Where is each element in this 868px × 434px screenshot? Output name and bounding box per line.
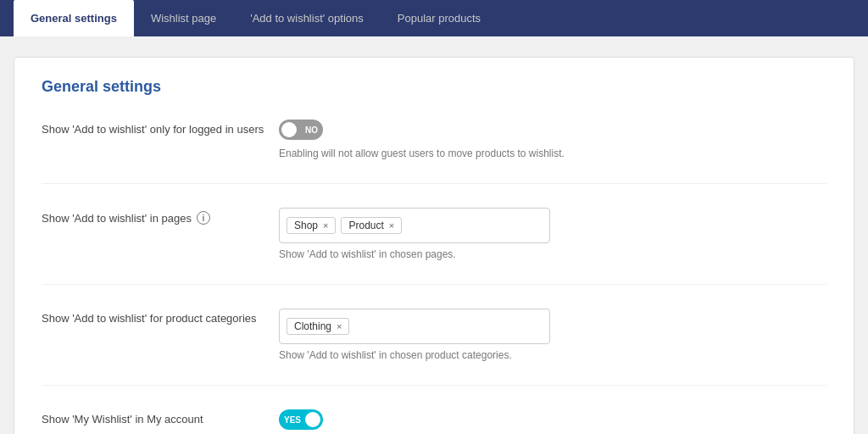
setting-control-product-categories: Clothing×Show 'Add to wishlist' in chose… xyxy=(279,309,826,361)
label-text-show-in-pages: Show 'Add to wishlist' in pages xyxy=(42,212,192,225)
info-icon-show-in-pages: i xyxy=(197,211,210,225)
tab-add-to-wishlist[interactable]: 'Add to wishlist' options xyxy=(233,0,381,36)
tag-shop: Shop× xyxy=(287,217,336,234)
hint-logged-in-only: Enabling will not allow guest users to m… xyxy=(279,147,826,159)
tag-label-product: Product xyxy=(348,220,383,231)
setting-row-product-categories: Show 'Add to wishlist' for product categ… xyxy=(42,309,826,386)
tag-close-product[interactable]: × xyxy=(387,221,396,231)
setting-row-show-in-pages: Show 'Add to wishlist' in pagesiShop×Pro… xyxy=(42,208,826,285)
setting-control-my-wishlist: YES xyxy=(279,409,826,432)
toggle-knob-my-wishlist xyxy=(305,412,320,427)
hint-product-categories: Show 'Add to wishlist' in chosen product… xyxy=(279,349,826,361)
setting-label-show-in-pages: Show 'Add to wishlist' in pagesi xyxy=(42,208,279,225)
label-text-my-wishlist: Show 'My Wishlist' in My account xyxy=(42,413,203,426)
tab-general[interactable]: General settings xyxy=(14,0,134,36)
toggle-wrap-my-wishlist[interactable]: YES xyxy=(279,409,323,430)
toggle-logged-in-only[interactable]: NO xyxy=(279,120,323,140)
settings-card: General settings Show 'Add to wishlist' … xyxy=(14,57,854,434)
toggle-wrap-logged-in-only[interactable]: NO xyxy=(279,120,323,140)
setting-label-product-categories: Show 'Add to wishlist' for product categ… xyxy=(42,309,279,325)
label-text-logged-in-only: Show 'Add to wishlist' only for logged i… xyxy=(42,123,264,136)
tag-input-product-categories[interactable]: Clothing× xyxy=(279,309,550,344)
tag-close-clothing[interactable]: × xyxy=(335,322,343,331)
tag-input-show-in-pages[interactable]: Shop×Product× xyxy=(279,208,550,243)
label-text-product-categories: Show 'Add to wishlist' for product categ… xyxy=(42,312,257,325)
setting-control-logged-in-only: NOEnabling will not allow guest users to… xyxy=(279,120,826,159)
tab-bar: General settingsWishlist page'Add to wis… xyxy=(0,0,868,36)
tag-label-shop: Shop xyxy=(294,220,318,231)
setting-label-logged-in-only: Show 'Add to wishlist' only for logged i… xyxy=(42,120,279,136)
toggle-my-wishlist[interactable]: YES xyxy=(279,409,323,430)
toggle-label-logged-in-only: NO xyxy=(305,125,318,135)
toggle-label-my-wishlist: YES xyxy=(284,415,301,425)
tag-label-clothing: Clothing xyxy=(294,320,331,332)
section-title: General settings xyxy=(42,78,826,96)
tab-wishlist[interactable]: Wishlist page xyxy=(134,0,233,36)
setting-row-my-wishlist: Show 'My Wishlist' in My accountYES xyxy=(42,409,826,432)
tag-clothing: Clothing× xyxy=(287,318,349,335)
tab-popular[interactable]: Popular products xyxy=(381,0,498,36)
setting-row-logged-in-only: Show 'Add to wishlist' only for logged i… xyxy=(42,120,826,184)
setting-control-show-in-pages: Shop×Product×Show 'Add to wishlist' in c… xyxy=(279,208,826,260)
setting-label-my-wishlist: Show 'My Wishlist' in My account xyxy=(42,409,279,426)
hint-show-in-pages: Show 'Add to wishlist' in chosen pages. xyxy=(279,248,826,260)
toggle-knob-logged-in-only xyxy=(281,122,297,137)
tag-close-shop[interactable]: × xyxy=(321,221,330,231)
tag-product: Product× xyxy=(341,217,402,234)
